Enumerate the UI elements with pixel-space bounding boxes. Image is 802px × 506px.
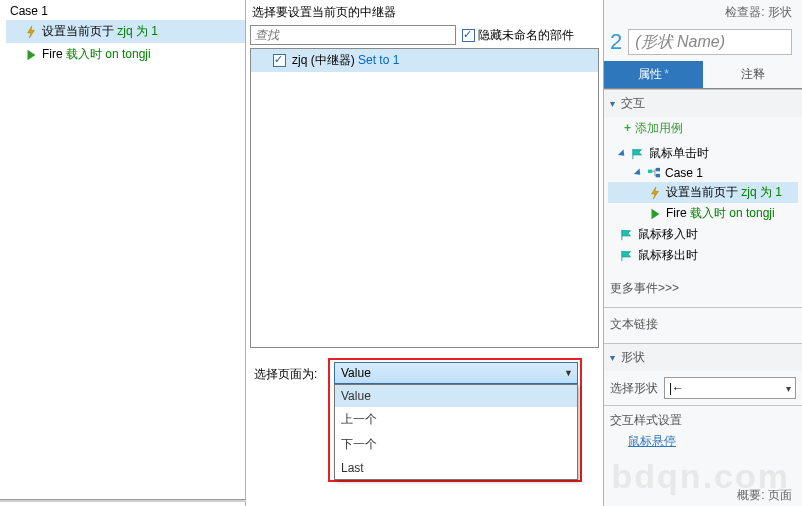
case-label: Case 1 <box>6 2 245 20</box>
tab-properties[interactable]: 属性* <box>604 61 703 88</box>
action-text: Fire 载入时 on tongji <box>42 46 151 63</box>
chevron-down-icon: ▾ <box>610 352 615 363</box>
more-events-link[interactable]: 更多事件>>> <box>604 274 802 307</box>
dropdown-option-value[interactable]: Value <box>335 385 577 407</box>
hide-unnamed-checkbox[interactable]: 隐藏未命名的部件 <box>462 27 574 44</box>
flag-icon <box>631 148 645 160</box>
svg-rect-1 <box>656 168 660 171</box>
select-shape-label: 选择形状 <box>610 380 658 397</box>
shape-index: 2 <box>610 29 622 55</box>
section-interaction-header[interactable]: ▾交互 <box>604 90 802 117</box>
section-shape-header[interactable]: ▾形状 <box>604 344 802 371</box>
action-text: 设置当前页于 zjq 为 1 <box>42 23 158 40</box>
panel-title: 选择要设置当前页的中继器 <box>250 2 599 25</box>
svg-rect-0 <box>648 170 652 173</box>
svg-rect-2 <box>656 174 660 177</box>
action-row-set-page[interactable]: 设置当前页于 zjq 为 1 <box>6 20 245 43</box>
tab-notes[interactable]: 注释 <box>703 61 802 88</box>
tree-action-set-page[interactable]: 设置当前页于 zjq 为 1 <box>608 182 798 203</box>
flag-icon <box>620 229 634 241</box>
dropdown-option-prev[interactable]: 上一个 <box>335 407 577 432</box>
checkbox-icon <box>462 29 475 42</box>
tree-event-click[interactable]: 鼠标单击时 <box>608 143 798 164</box>
expand-icon <box>618 149 627 158</box>
tree-case[interactable]: Case 1 <box>608 164 798 182</box>
footer-outline: 概要: 页面 <box>737 487 792 504</box>
repeater-config-panel: 选择要设置当前页的中继器 隐藏未命名的部件 zjq (中继器) Set to 1… <box>246 0 604 506</box>
hover-style-link[interactable]: 鼠标悬停 <box>610 429 796 456</box>
dropdown-list: Value 上一个 下一个 Last <box>334 384 578 480</box>
list-item[interactable]: zjq (中继器) Set to 1 <box>251 49 598 72</box>
lightning-icon <box>648 186 662 200</box>
tree-event-mouse-out[interactable]: 鼠标移出时 <box>608 245 798 266</box>
decor-ledge <box>0 499 246 502</box>
inspector-tabs: 属性* 注释 <box>604 61 802 89</box>
add-case-button[interactable]: +添加用例 <box>604 117 802 143</box>
shape-name-input[interactable]: (形状 Name) <box>628 29 792 55</box>
text-link-section: 文本链接 <box>604 308 802 343</box>
case-icon <box>647 167 661 179</box>
play-icon <box>24 48 38 62</box>
checkbox-icon <box>273 54 286 67</box>
flag-icon <box>620 250 634 262</box>
tree-action-fire[interactable]: Fire 载入时 on tongji <box>608 203 798 224</box>
case-action-panel: Case 1 设置当前页于 zjq 为 1 Fire 载入时 on tongji <box>0 0 246 506</box>
inter-style-label: 交互样式设置 <box>610 413 682 427</box>
repeater-list: zjq (中继器) Set to 1 <box>250 48 599 348</box>
search-input[interactable] <box>250 25 456 45</box>
page-select-dropdown[interactable]: Value ▼ <box>334 362 578 384</box>
play-icon <box>648 207 662 221</box>
inspector-panel: 检查器: 形状 2 (形状 Name) 属性* 注释 ▾交互 +添加用例 鼠标单… <box>604 0 802 506</box>
expand-icon <box>634 168 643 177</box>
checkbox-label: 隐藏未命名的部件 <box>478 27 574 44</box>
chevron-down-icon: ▾ <box>786 383 791 394</box>
dropdown-option-next[interactable]: 下一个 <box>335 432 577 457</box>
list-item-label: zjq (中继器) Set to 1 <box>292 52 399 69</box>
page-select-label: 选择页面为: <box>254 362 317 383</box>
action-row-fire[interactable]: Fire 载入时 on tongji <box>6 43 245 66</box>
shape-glyph: |← <box>669 381 684 395</box>
inspector-label: 检查器: 形状 <box>725 4 792 21</box>
inspector-header: 检查器: 形状 <box>604 0 802 25</box>
chevron-down-icon: ▼ <box>564 368 573 378</box>
lightning-icon <box>24 25 38 39</box>
page-select-area: 选择页面为: Value ▼ Value 上一个 下一个 Last <box>250 362 599 383</box>
tree-event-mouse-in[interactable]: 鼠标移入时 <box>608 224 798 245</box>
dropdown-option-last[interactable]: Last <box>335 457 577 479</box>
dropdown-value: Value <box>341 366 371 380</box>
shape-select-dropdown[interactable]: |← ▾ <box>664 377 796 399</box>
interaction-tree: 鼠标单击时 Case 1 设置当前页于 zjq 为 1 Fire 载入时 on … <box>604 143 802 274</box>
chevron-down-icon: ▾ <box>610 98 615 109</box>
